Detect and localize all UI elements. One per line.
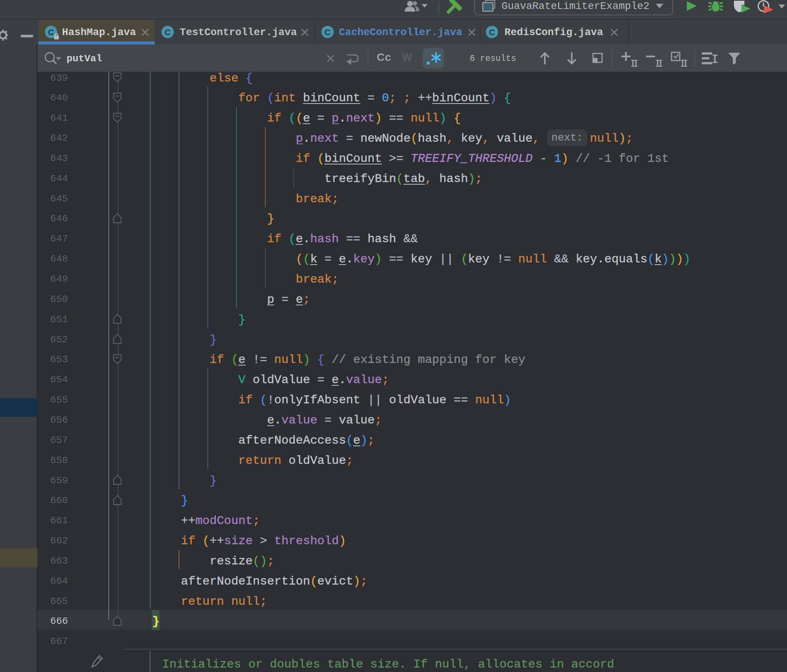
svg-text:C: C — [325, 28, 331, 37]
svg-text:C: C — [165, 28, 171, 37]
svg-text:C: C — [489, 28, 495, 37]
